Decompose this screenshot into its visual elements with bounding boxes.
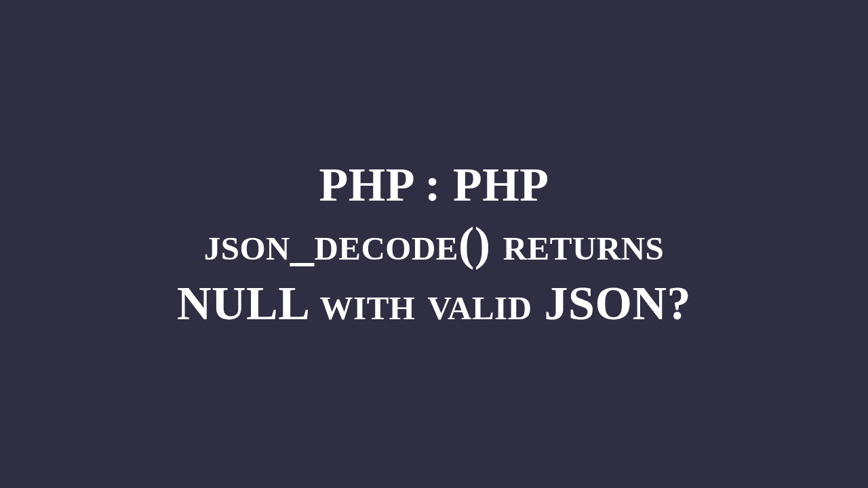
title-line-2: json_decode() returns — [177, 214, 691, 274]
title-line-1: PHP : PHP — [177, 155, 691, 215]
title-container: PHP : PHP json_decode() returns NULL wit… — [136, 155, 732, 333]
title-line-3: NULL with valid JSON? — [177, 274, 691, 333]
